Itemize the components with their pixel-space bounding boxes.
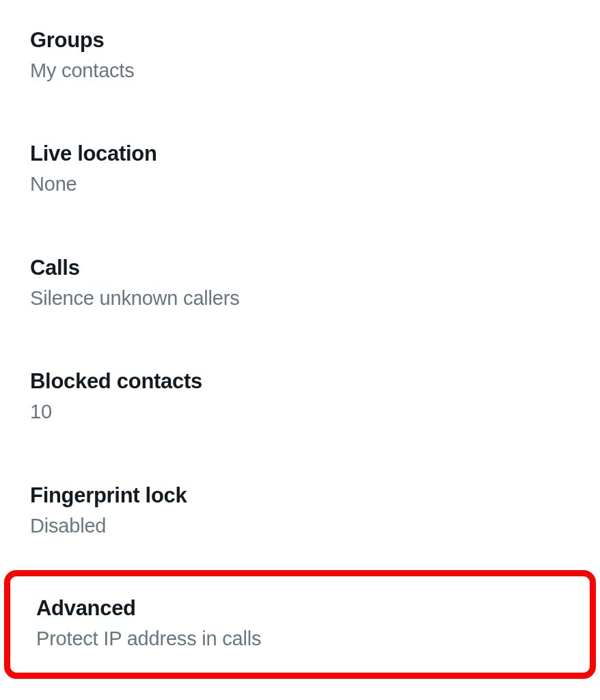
settings-item-subtitle: My contacts <box>30 58 570 84</box>
settings-item-fingerprint-lock[interactable]: Fingerprint lock Disabled <box>0 470 600 551</box>
settings-item-blocked-contacts[interactable]: Blocked contacts 10 <box>0 356 600 437</box>
settings-item-title: Blocked contacts <box>30 368 570 395</box>
settings-item-subtitle: Disabled <box>30 513 570 539</box>
settings-item-groups[interactable]: Groups My contacts <box>0 15 600 96</box>
settings-item-subtitle: 10 <box>30 399 570 425</box>
settings-item-title: Live location <box>30 141 570 167</box>
settings-item-calls[interactable]: Calls Silence unknown callers <box>0 243 600 323</box>
settings-item-subtitle: Protect IP address in calls <box>36 626 564 652</box>
settings-item-subtitle: Silence unknown callers <box>30 286 570 312</box>
spacer <box>0 323 600 356</box>
settings-item-subtitle: None <box>30 172 570 198</box>
settings-item-advanced[interactable]: Advanced Protect IP address in calls <box>10 595 590 651</box>
settings-item-title: Groups <box>30 27 570 54</box>
spacer <box>0 210 600 243</box>
settings-list: Groups My contacts Live location None Ca… <box>0 0 600 679</box>
settings-item-title: Advanced <box>36 595 564 622</box>
spacer <box>0 438 600 470</box>
settings-item-live-location[interactable]: Live location None <box>0 129 600 209</box>
settings-item-title: Calls <box>30 255 570 282</box>
spacer <box>0 551 600 570</box>
highlight-annotation: Advanced Protect IP address in calls <box>4 570 596 678</box>
settings-item-title: Fingerprint lock <box>30 483 570 509</box>
spacer <box>0 96 600 129</box>
